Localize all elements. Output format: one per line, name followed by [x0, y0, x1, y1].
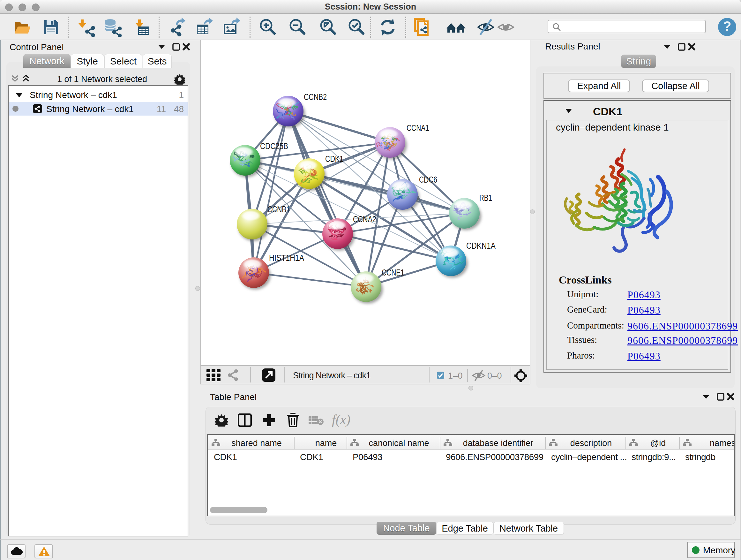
svg-text:CCNE1: CCNE1: [382, 268, 404, 277]
svg-text:CDC25B: CDC25B: [260, 141, 288, 151]
svg-text:CCNB2: CCNB2: [304, 92, 327, 102]
svg-text:CDKN1A: CDKN1A: [466, 241, 495, 251]
svg-text:CDK1: CDK1: [325, 154, 343, 164]
svg-text:CCNB1: CCNB1: [267, 205, 290, 214]
svg-text:HIST1H1A: HIST1H1A: [269, 253, 304, 263]
svg-text:CCNA2: CCNA2: [353, 214, 376, 224]
svg-text:CCNA1: CCNA1: [407, 123, 429, 133]
svg-text:CDC6: CDC6: [419, 175, 437, 185]
svg-text:RB1: RB1: [479, 193, 492, 203]
